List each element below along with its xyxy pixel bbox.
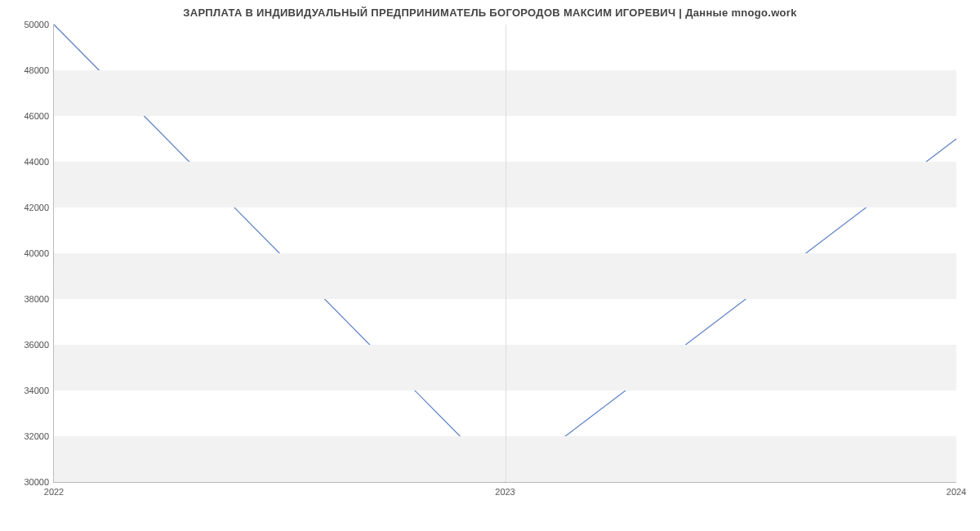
x-tick-label: 2024 [947, 482, 966, 497]
plot-area: 3000032000340003600038000400004200044000… [53, 25, 956, 483]
y-tick-label: 48000 [24, 65, 54, 75]
y-tick-label: 50000 [24, 20, 54, 29]
chart-title: ЗАРПЛАТА В ИНДИВИДУАЛЬНЫЙ ПРЕДПРИНИМАТЕЛ… [0, 7, 980, 19]
y-tick-label: 38000 [24, 294, 54, 304]
y-tick-label: 42000 [24, 203, 54, 212]
y-tick-label: 32000 [24, 431, 54, 441]
x-gridline [506, 25, 506, 482]
y-tick-label: 44000 [24, 157, 54, 167]
y-tick-label: 40000 [24, 248, 54, 258]
x-tick-label: 2022 [44, 482, 64, 497]
y-tick-label: 34000 [24, 386, 54, 395]
y-tick-label: 46000 [24, 111, 54, 121]
y-tick-label: 36000 [24, 340, 54, 350]
x-tick-label: 2023 [495, 482, 514, 497]
